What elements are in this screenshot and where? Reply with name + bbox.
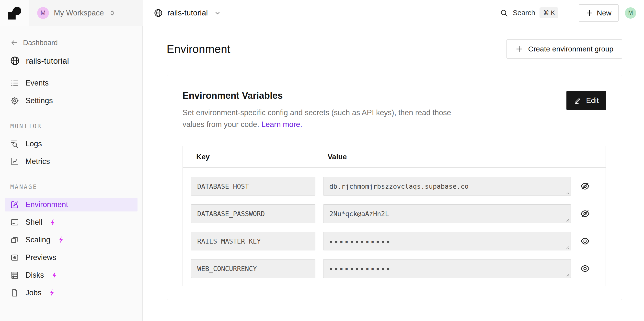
workspace-name: My Workspace (54, 9, 104, 17)
sidebar: Dashboard rails-tutorial Events (0, 26, 143, 321)
search-button[interactable]: Search ⌘ K (500, 7, 558, 18)
table-header: Key Value (183, 146, 606, 168)
eye-icon (580, 264, 590, 273)
env-key-field[interactable]: WEB_CONCURRENCY (191, 259, 316, 278)
env-value-field[interactable]: ▪▪▪▪▪▪▪▪▪▪▪▪ (323, 232, 571, 250)
eye-off-icon (580, 209, 590, 219)
card-head-text: Environment Variables Set environment-sp… (182, 90, 458, 130)
sidebar-section-monitor: MONITOR (0, 117, 142, 135)
service-name-row: rails-tutorial (10, 52, 142, 69)
search-shortcut-badge: ⌘ K (540, 7, 558, 18)
search-label: Search (512, 9, 535, 17)
chevron-down-icon (214, 10, 221, 17)
sidebar-item-jobs[interactable]: Jobs (0, 284, 142, 302)
env-value-text: 2Nu*qck@aAzHn2L (329, 210, 389, 218)
sidebar-item-label: Jobs (26, 288, 41, 297)
sidebar-item-label: Logs (26, 139, 42, 148)
resize-handle-icon[interactable] (566, 246, 570, 249)
sidebar-item-label: Shell (26, 218, 42, 227)
env-value-field[interactable]: db.rjchmomjrbszzovclaqs.supabase.co (323, 177, 571, 196)
plus-icon (586, 9, 593, 17)
user-avatar[interactable]: M (625, 7, 636, 19)
project-selector[interactable]: rails-tutorial (154, 8, 221, 18)
render-logo-icon (7, 6, 22, 20)
sidebar-item-label: Scaling (26, 235, 50, 244)
previews-icon (10, 253, 19, 262)
create-environment-group-label: Create environment group (528, 45, 614, 53)
render-logo[interactable] (0, 0, 29, 26)
workspace-selector[interactable]: M My Workspace (29, 0, 143, 26)
resize-handle-icon[interactable] (566, 191, 570, 194)
settings-icon (10, 96, 19, 105)
env-value-text: ▪▪▪▪▪▪▪▪▪▪▪▪ (329, 238, 392, 244)
env-key-field[interactable]: RAILS_MASTER_KEY (191, 232, 316, 250)
main-content: Environment Create environment group Env… (143, 26, 644, 321)
env-key-field[interactable]: DATABASE_HOST (191, 177, 316, 196)
environment-icon (10, 200, 19, 209)
env-value-field[interactable]: 2Nu*qck@aAzHn2L (323, 204, 571, 223)
environment-variables-card: Environment Variables Set environment-sp… (167, 75, 622, 300)
sidebar-item-label: Events (26, 79, 49, 87)
jobs-icon (10, 288, 19, 297)
table-body: DATABASE_HOST db.rjchmomjrbszzovclaqs.su… (183, 168, 606, 278)
arrow-left-icon (10, 39, 18, 47)
back-to-dashboard[interactable]: Dashboard (10, 37, 142, 49)
sidebar-item-label: Settings (26, 96, 53, 105)
paid-feature-bolt-icon (58, 236, 64, 244)
eye-off-icon (580, 181, 590, 191)
toggle-visibility-button[interactable] (580, 181, 590, 192)
disks-icon (10, 271, 19, 280)
env-var-row: DATABASE_PASSWORD 2Nu*qck@aAzHn2L (191, 204, 606, 223)
resize-handle-icon[interactable] (566, 273, 570, 277)
back-label: Dashboard (23, 39, 58, 47)
edit-button-label: Edit (586, 96, 599, 105)
sidebar-item-scaling[interactable]: Scaling (0, 231, 142, 249)
env-var-row: DATABASE_HOST db.rjchmomjrbszzovclaqs.su… (191, 177, 606, 196)
shell-icon (10, 218, 19, 227)
sidebar-item-label: Environment (26, 200, 68, 209)
sidebar-item-shell[interactable]: Shell (0, 213, 142, 231)
resize-handle-icon[interactable] (566, 218, 570, 222)
sidebar-item-settings[interactable]: Settings (0, 92, 142, 109)
scaling-icon (10, 235, 19, 244)
create-environment-group-button[interactable]: Create environment group (506, 40, 622, 59)
events-icon (10, 79, 19, 87)
learn-more-link[interactable]: Learn more. (261, 120, 302, 129)
key-column-header: Key (196, 153, 328, 161)
topbar-divider (571, 0, 571, 26)
sidebar-item-label: Disks (26, 271, 44, 280)
toggle-visibility-button[interactable] (580, 236, 590, 246)
env-var-row: RAILS_MASTER_KEY ▪▪▪▪▪▪▪▪▪▪▪▪ (191, 232, 606, 250)
metrics-icon (10, 157, 19, 166)
page-title: Environment (167, 42, 230, 56)
sidebar-section-manage: MANAGE (0, 178, 142, 196)
new-button[interactable]: New (579, 5, 618, 22)
search-icon (500, 9, 508, 17)
pencil-icon (574, 97, 582, 104)
sidebar-item-metrics[interactable]: Metrics (0, 153, 142, 170)
env-value-field[interactable]: ▪▪▪▪▪▪▪▪▪▪▪▪ (323, 259, 571, 278)
paid-feature-bolt-icon (49, 289, 55, 296)
toggle-visibility-button[interactable] (580, 208, 590, 219)
sidebar-item-disks[interactable]: Disks (0, 266, 142, 284)
eye-icon (580, 236, 590, 246)
card-title: Environment Variables (182, 90, 458, 101)
globe-icon (154, 8, 163, 18)
card-description: Set environment-specific config and secr… (182, 107, 458, 130)
topbar-right: Search ⌘ K New M (500, 0, 644, 26)
project-name: rails-tutorial (167, 8, 208, 17)
paid-feature-bolt-icon (50, 219, 56, 226)
env-variables-table: Key Value DATABASE_HOST db.rjchmomjrbszz… (182, 146, 606, 286)
plus-icon (515, 45, 523, 53)
env-key-field[interactable]: DATABASE_PASSWORD (191, 204, 316, 223)
edit-button[interactable]: Edit (566, 91, 606, 110)
sidebar-item-events[interactable]: Events (0, 74, 142, 92)
new-button-label: New (597, 9, 612, 17)
sidebar-item-environment[interactable]: Environment (0, 196, 142, 213)
sidebar-item-logs[interactable]: Logs (0, 135, 142, 153)
env-value-text: db.rjchmomjrbszzovclaqs.supabase.co (329, 183, 468, 190)
sidebar-item-label: Previews (26, 253, 56, 262)
env-var-row: WEB_CONCURRENCY ▪▪▪▪▪▪▪▪▪▪▪▪ (191, 259, 606, 278)
toggle-visibility-button[interactable] (580, 263, 590, 274)
sidebar-item-previews[interactable]: Previews (0, 249, 142, 266)
